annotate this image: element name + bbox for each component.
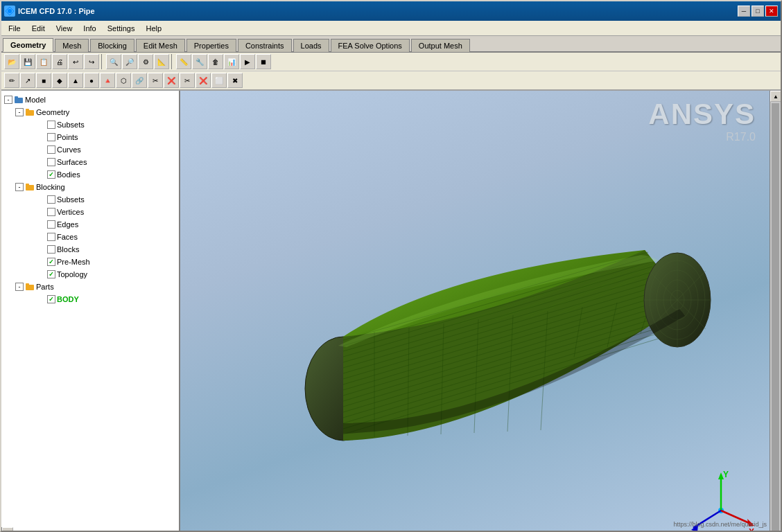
- toolbar-btn-6[interactable]: 🔍: [106, 54, 121, 69]
- geo-toolbar-btn-2[interactable]: ■: [36, 73, 51, 88]
- scroll-handle[interactable]: [772, 103, 779, 532]
- tree-item-blocking[interactable]: -Blocking: [1, 181, 179, 193]
- minimize-button[interactable]: ─: [738, 6, 750, 17]
- tree-scrollbar[interactable]: ▲ ▼: [1, 527, 12, 532]
- tree-item-subsets-blk[interactable]: Subsets: [1, 193, 179, 206]
- checkbox-curves[interactable]: [47, 145, 55, 154]
- expand-btn-parts[interactable]: -: [15, 283, 24, 291]
- tab-mesh[interactable]: Mesh: [55, 39, 89, 52]
- expand-btn-blocking[interactable]: -: [15, 183, 24, 191]
- svg-rect-8: [26, 285, 34, 290]
- checkbox-vertices[interactable]: [47, 208, 55, 216]
- checkbox-faces[interactable]: [47, 233, 55, 241]
- scroll-up-arrow[interactable]: ▲: [2, 527, 13, 532]
- tree-label-bodies: Bodies: [57, 170, 80, 179]
- restore-button[interactable]: □: [751, 6, 764, 17]
- menu-item-info[interactable]: Info: [78, 23, 101, 34]
- geo-toolbar-btn-0[interactable]: ✏: [4, 73, 19, 88]
- tree-item-topology[interactable]: ✓Topology: [1, 268, 179, 281]
- tree-item-surfaces[interactable]: Surfaces: [1, 156, 179, 168]
- geo-toolbar-btn-1[interactable]: ↗: [20, 73, 35, 88]
- checkbox-surfaces[interactable]: [47, 158, 55, 166]
- tree-item-faces[interactable]: Faces: [1, 231, 179, 243]
- checkbox-points[interactable]: [47, 133, 55, 141]
- svg-rect-7: [26, 184, 29, 186]
- toolbar-btn-11[interactable]: 🔧: [192, 54, 207, 69]
- toolbar-btn-2[interactable]: 📋: [36, 54, 51, 69]
- tab-properties[interactable]: Properties: [186, 39, 236, 52]
- geo-toolbar-btn-14[interactable]: ✖: [227, 73, 243, 88]
- checkbox-pre-mesh[interactable]: ✓: [47, 258, 55, 266]
- tree-item-subsets-geo[interactable]: Subsets: [1, 118, 179, 131]
- geo-toolbar-btn-7[interactable]: ⬡: [116, 73, 131, 88]
- tree-item-body[interactable]: ✓BODY: [1, 293, 179, 305]
- checkbox-subsets-blk[interactable]: [47, 195, 55, 204]
- toolbar-btn-9[interactable]: 📐: [154, 54, 169, 69]
- menu-item-view[interactable]: View: [51, 23, 78, 34]
- tab-bar: GeometryMeshBlockingEdit MeshPropertiesC…: [1, 36, 781, 53]
- menu-item-help[interactable]: Help: [140, 23, 167, 34]
- checkbox-body[interactable]: ✓: [47, 295, 55, 303]
- toolbar-btn-13[interactable]: 📊: [224, 54, 239, 69]
- toolbar-btn-0[interactable]: 📂: [4, 54, 19, 69]
- toolbar-btn-3[interactable]: 🖨: [52, 54, 67, 69]
- svg-rect-5: [26, 109, 29, 111]
- tree-item-geometry[interactable]: -Geometry: [1, 106, 179, 118]
- toolbar-btn-1[interactable]: 💾: [20, 54, 35, 69]
- menu-item-file[interactable]: File: [3, 23, 26, 34]
- geo-toolbar-btn-6[interactable]: 🔺: [100, 73, 115, 88]
- geo-toolbar-btn-13[interactable]: ⬜: [211, 73, 227, 88]
- tab-constraints[interactable]: Constraints: [238, 39, 292, 52]
- tab-fea-solve[interactable]: FEA Solve Options: [331, 39, 410, 52]
- checkbox-blocks[interactable]: [47, 245, 55, 254]
- toolbar-btn-7[interactable]: 🔎: [122, 54, 137, 69]
- checkbox-subsets-geo[interactable]: [47, 121, 55, 129]
- tab-output-mesh[interactable]: Output Mesh: [411, 39, 470, 52]
- geo-toolbar-btn-11[interactable]: ✂: [180, 73, 195, 88]
- expand-btn-geometry[interactable]: -: [15, 108, 24, 116]
- viewport-scrollbar[interactable]: ▲ ▼: [770, 91, 781, 532]
- tree-item-model[interactable]: -Model: [1, 94, 179, 106]
- geo-toolbar-btn-3[interactable]: ◆: [52, 73, 67, 88]
- toolbar-btn-12[interactable]: 🗑: [208, 54, 223, 69]
- toolbar-btn-14[interactable]: ▶: [240, 54, 255, 69]
- toolbar-btn-8[interactable]: ⚙: [138, 54, 153, 69]
- tree-label-body: BODY: [57, 295, 79, 303]
- geo-toolbar-btn-8[interactable]: 🔗: [132, 73, 147, 88]
- geo-toolbar-btn-4[interactable]: ▲: [68, 73, 83, 88]
- tree-item-parts[interactable]: -Parts: [1, 281, 179, 293]
- tab-loads[interactable]: Loads: [293, 39, 329, 52]
- tree-item-pre-mesh[interactable]: ✓Pre-Mesh: [1, 256, 179, 268]
- model-tree[interactable]: -Model-GeometrySubsetsPointsCurvesSurfac…: [1, 91, 179, 527]
- toolbar-btn-10[interactable]: 📏: [176, 54, 191, 69]
- svg-text:Z: Z: [688, 529, 693, 532]
- geo-toolbar-btn-9[interactable]: ✂: [148, 73, 163, 88]
- tree-item-curves[interactable]: Curves: [1, 143, 179, 156]
- geo-toolbar-btn-10[interactable]: ❌: [164, 73, 179, 88]
- geo-toolbar-btn-5[interactable]: ●: [84, 73, 99, 88]
- scroll-up[interactable]: ▲: [770, 91, 781, 102]
- tree-item-points[interactable]: Points: [1, 131, 179, 143]
- tree-item-blocks[interactable]: Blocks: [1, 243, 179, 256]
- tree-item-edges[interactable]: Edges: [1, 218, 179, 231]
- tree-icon-edges: [36, 220, 46, 229]
- tab-edit-mesh[interactable]: Edit Mesh: [136, 39, 185, 52]
- menu-item-edit[interactable]: Edit: [26, 23, 51, 34]
- checkbox-bodies[interactable]: ✓: [47, 170, 55, 179]
- checkbox-topology[interactable]: ✓: [47, 270, 55, 278]
- tree-item-vertices[interactable]: Vertices: [1, 206, 179, 218]
- svg-rect-6: [26, 185, 34, 190]
- toolbar-btn-15[interactable]: ⏹: [256, 54, 271, 69]
- geo-toolbar-btn-12[interactable]: ❌: [196, 73, 211, 88]
- viewport-3d[interactable]: ANSYS R17.0: [180, 91, 770, 532]
- toolbar-btn-4[interactable]: ↩: [68, 54, 83, 69]
- close-button[interactable]: ✕: [765, 6, 778, 17]
- tab-geometry[interactable]: Geometry: [3, 38, 53, 52]
- expand-btn-model[interactable]: -: [4, 96, 12, 104]
- toolbar-btn-5[interactable]: ↪: [84, 54, 99, 69]
- menu-item-settings[interactable]: Settings: [102, 23, 141, 34]
- tab-blocking[interactable]: Blocking: [90, 39, 134, 52]
- checkbox-edges[interactable]: [47, 220, 55, 229]
- tree-item-bodies[interactable]: ✓Bodies: [1, 168, 179, 181]
- tree-icon-curves: [36, 145, 46, 154]
